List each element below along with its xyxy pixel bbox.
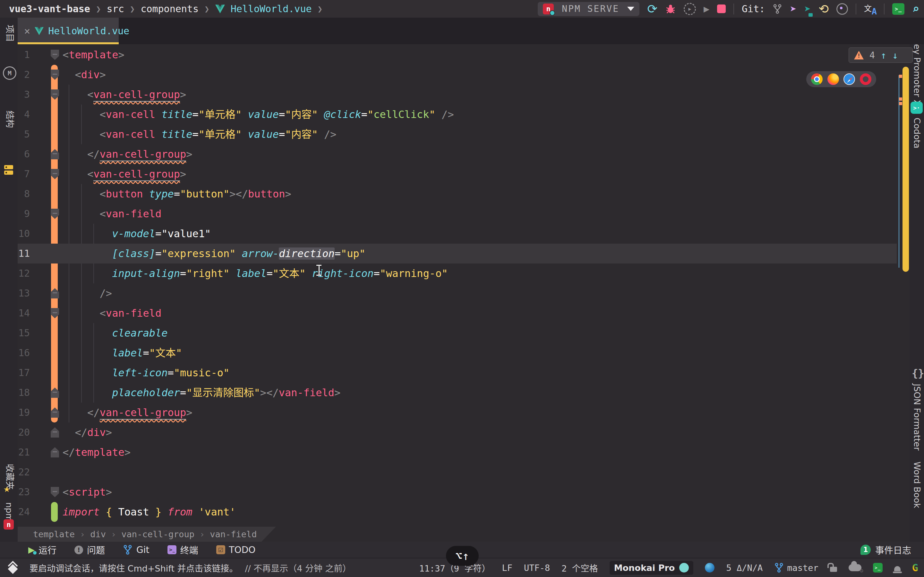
run-configuration-select[interactable]: n NPM SERVE (538, 2, 640, 16)
terminal-icon[interactable]: >_ (892, 3, 905, 15)
code-line[interactable]: 3 <van-cell-group> (18, 85, 897, 105)
search-everywhere-icon[interactable]: ⌕ (912, 2, 919, 16)
notification-lamp-icon[interactable] (894, 566, 901, 571)
tool-window-git[interactable]: Git (123, 545, 149, 555)
tool-window-structure[interactable]: 结构 (4, 111, 17, 128)
fold-marker-icon[interactable] (51, 447, 59, 458)
run-with-coverage-button[interactable]: ▶ (684, 3, 696, 15)
lock-open-icon[interactable] (830, 567, 837, 572)
crumb-van-field[interactable]: van-field (210, 529, 257, 539)
code-line[interactable]: 12 input-align="right" label="文本" right-… (18, 263, 897, 284)
code-line[interactable]: 20 </div> (18, 422, 897, 442)
fold-marker-icon[interactable] (51, 388, 59, 398)
event-log-button[interactable]: 1 事件日志 (861, 542, 911, 558)
code-line[interactable]: 8 <button type="button"></button> (18, 184, 897, 204)
json-formatter-icon[interactable]: {} (912, 367, 924, 379)
stop-button[interactable] (717, 5, 726, 13)
chrome-icon[interactable] (811, 73, 822, 85)
crumb-template[interactable]: template (33, 529, 75, 539)
m-plugin-icon[interactable]: M (3, 66, 16, 80)
code-line[interactable]: 7 <van-cell-group> (18, 164, 897, 184)
breadcrumb-src[interactable]: src (107, 3, 124, 15)
stripe-warning-mark[interactable] (899, 75, 902, 78)
tool-window-json-formatter[interactable]: JSON Formatter (912, 384, 922, 451)
debug-button[interactable] (665, 3, 676, 15)
indent-setting[interactable]: 2 个空格 (561, 562, 598, 574)
crumb-van-cell-group[interactable]: van-cell-group (121, 529, 194, 539)
tool-window-problems[interactable]: !问题 (74, 543, 105, 556)
vcs-changes[interactable]: 5 Δ/N/A (726, 563, 762, 573)
code-line[interactable]: 22 (18, 462, 897, 482)
code-line[interactable]: 13 /> (18, 284, 897, 303)
tool-window-todo[interactable]: ☑TODO (216, 545, 256, 555)
codota-icon[interactable]: >· (911, 102, 923, 114)
code-line[interactable]: 9 <van-field (18, 204, 897, 224)
code-line[interactable]: 16 label="文本" (18, 343, 897, 363)
fold-marker-icon[interactable] (51, 50, 59, 60)
fold-marker-icon[interactable] (51, 149, 59, 159)
rollback-icon[interactable] (837, 3, 848, 15)
fold-marker-icon[interactable] (51, 487, 59, 497)
fold-marker-icon[interactable] (51, 209, 59, 219)
fold-marker-icon[interactable] (51, 427, 59, 438)
sphere-icon[interactable] (705, 563, 714, 572)
breadcrumb-project[interactable]: vue3-vant-base (9, 3, 90, 15)
fold-marker-icon[interactable] (51, 408, 59, 418)
code-line[interactable]: 2 <div> (18, 65, 897, 85)
google-icon[interactable]: G (912, 562, 918, 574)
breadcrumb-components[interactable]: components (141, 3, 199, 15)
code-line[interactable]: 10 v-model="value1" (18, 224, 897, 243)
rerun-button[interactable]: ⟳ (647, 2, 657, 16)
opera-icon[interactable] (860, 73, 871, 85)
code-line[interactable]: 21</template> (18, 442, 897, 462)
fold-marker-icon[interactable] (51, 69, 59, 80)
fold-marker-icon[interactable] (51, 89, 59, 100)
cloud-settings-icon[interactable] (849, 564, 861, 571)
code-line[interactable]: 18 placeholder="显示清除图标"></van-field> (18, 383, 897, 403)
close-icon[interactable]: × (24, 25, 30, 37)
line-ending[interactable]: LF (502, 563, 512, 573)
fold-marker-icon[interactable] (51, 169, 59, 179)
code-line[interactable]: 1<template> (18, 45, 897, 65)
tool-window-terminal[interactable]: >_终端 (168, 543, 198, 556)
tool-window-key-promoter[interactable]: Key Promoter X (912, 39, 922, 106)
scrollbar-changed-region[interactable] (903, 67, 909, 272)
fold-marker-icon[interactable] (51, 308, 59, 318)
code-line[interactable]: 17 left-icon="music-o" (18, 363, 897, 383)
bookmarks-icon[interactable] (4, 165, 13, 175)
next-warning-arrow[interactable]: ↓ (892, 50, 898, 61)
status-dismiss-link[interactable]: // 不再显示（4 分钟 之前） (245, 562, 351, 574)
code-line[interactable]: 14 <van-field (18, 303, 897, 323)
code-line[interactable]: 23<script> (18, 482, 897, 502)
terminal-badge-icon[interactable]: >_ (873, 563, 883, 572)
npm-icon[interactable]: n (3, 519, 14, 530)
theme-selector[interactable]: Monokai Pro (610, 561, 694, 575)
stripe-warning-mark[interactable] (899, 97, 902, 101)
prev-warning-arrow[interactable]: ↑ (881, 50, 887, 61)
tool-window-codota[interactable]: Codota (912, 118, 922, 148)
run-button[interactable]: ▶ (704, 3, 709, 15)
code-line[interactable]: 6 </van-cell-group> (18, 144, 897, 164)
git-branch-icon[interactable] (772, 4, 782, 14)
code-line[interactable]: 19 </van-cell-group> (18, 403, 897, 422)
safari-icon[interactable] (843, 73, 855, 85)
code-line[interactable]: 4 <van-cell title="单元格" value="内容" @clic… (18, 105, 897, 124)
star-icon[interactable]: ★ (3, 482, 10, 495)
git-branch-widget[interactable]: master (774, 562, 819, 573)
code-editor[interactable]: 1<template>2 <div>3 <van-cell-group>4 <v… (18, 44, 909, 527)
tool-window-project[interactable]: 项目 (4, 25, 17, 42)
layers-icon[interactable] (8, 562, 19, 573)
code-line[interactable]: 5 <van-cell title="单元格" value="内容" /> (18, 124, 897, 144)
tool-window-npm[interactable]: npm (4, 502, 14, 522)
git-push-protected-icon[interactable]: ➤ (804, 3, 811, 15)
tool-window-word-book[interactable]: Word Book (912, 462, 922, 508)
fold-marker-icon[interactable] (51, 288, 59, 298)
tab-helloworld[interactable]: × HelloWorld.vue (18, 18, 119, 44)
code-line[interactable]: 24import { Toast } from 'vant' (18, 502, 897, 522)
git-push-icon[interactable]: ➤ (790, 3, 796, 15)
translate-icon[interactable]: 文A (864, 3, 876, 15)
breadcrumb-file[interactable]: HelloWorld.vue (231, 3, 312, 15)
history-icon[interactable]: ⟲ (819, 2, 829, 16)
stripe-warning-mark[interactable] (899, 102, 902, 105)
code-line[interactable]: 15 clearable (18, 323, 897, 343)
